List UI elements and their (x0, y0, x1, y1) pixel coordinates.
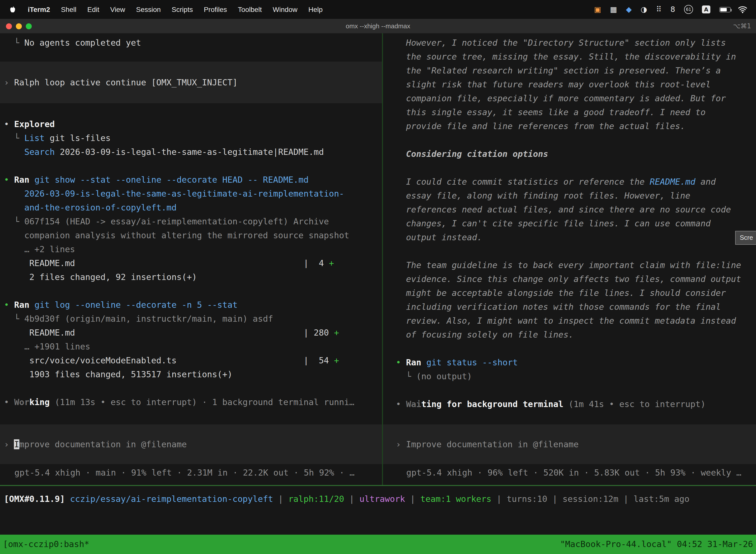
terminal-line: └ 4b9d30f (origin/main, instructkr/main,… (4, 312, 382, 326)
terminal-line: might be acceptable alongside the file l… (396, 286, 756, 300)
terminal-line (4, 284, 382, 298)
menu-item-shell[interactable]: Shell (56, 0, 82, 19)
terminal-line (396, 341, 756, 355)
apple-menu[interactable] (0, 5, 22, 14)
right-model-status: gpt-5.4 xhigh · 96% left · 520K in · 5.8… (406, 466, 741, 480)
terminal-line: └ No agents completed yet (4, 36, 141, 50)
terminal-line: › Improve documentation in @filename (4, 437, 187, 451)
right-terminal-pane[interactable]: However, I noticed the "Directory Struct… (383, 33, 756, 485)
terminal-line: this single essay, it seems like a good … (396, 105, 756, 119)
battery-icon[interactable] (719, 7, 731, 12)
terminal-line: evidence. Since this change only affects… (396, 272, 756, 286)
omx-session-status: [OMX#0.11.9] cczip/essay/ai-reimplementa… (4, 492, 690, 506)
terminal-line: The team guideline is to back every impo… (396, 258, 756, 272)
menu-item-edit[interactable]: Edit (82, 0, 105, 19)
macos-menu-bar: iTerm2ShellEditViewSessionScriptsProfile… (0, 0, 756, 19)
menu-bar-status-area: ▣▦◆◑⠿861A (589, 5, 756, 14)
terminal-line: 2 files changed, 92 insertions(+) (4, 270, 382, 284)
terminal-line: • Explored (4, 117, 382, 131)
window-title-bar[interactable]: omx --xhigh --madmax ⌥⌘1 (0, 19, 756, 33)
tmux-status-bar: [omx-cczip0:bash* "MacBook-Pro-44.local"… (0, 535, 756, 554)
terminal-line: └ 067f154 (HEAD -> essay/ai-reimplementa… (4, 214, 382, 228)
terminal-line: changes, I can't cite specific file line… (396, 216, 756, 230)
terminal-line (396, 383, 756, 397)
terminal-line (396, 133, 756, 147)
terminal-line: README.md | 280 + (4, 326, 382, 340)
terminal-line: the "Related research writing" section i… (396, 63, 756, 77)
terminal-line: references need actual files, and since … (396, 203, 756, 216)
right-prompt-text: › Improve documentation in @filename (396, 437, 579, 451)
menu-item-iterm2[interactable]: iTerm2 (22, 0, 56, 19)
terminal-line: provide file and line references from th… (396, 119, 756, 133)
terminal-line: • Ran git status --short (396, 355, 756, 369)
ralph-loop-banner: › Ralph loop active continue [OMX_TMUX_I… (0, 62, 382, 103)
window-shortcut-badge: ⌥⌘1 (733, 19, 751, 33)
status-separator (0, 485, 756, 486)
terminal-line: src/voice/voiceModeEnabled.ts | 54 + (4, 353, 382, 367)
terminal-line: 1903 files changed, 513517 insertions(+) (4, 367, 382, 381)
menu-item-toolbelt[interactable]: Toolbelt (233, 0, 267, 19)
menu-item-window[interactable]: Window (267, 0, 303, 19)
terminal-line: and-the-erosion-of-copyleft.md (4, 201, 382, 214)
menu-items: iTerm2ShellEditViewSessionScriptsProfile… (22, 0, 328, 19)
tmux-session-label[interactable]: [omx-cczip0:bash* (3, 535, 89, 554)
raycast-icon[interactable]: ◆ (626, 5, 632, 14)
left-model-status: gpt-5.4 xhigh · main · 91% left · 2.31M … (14, 466, 355, 480)
key-icon[interactable]: 8 (671, 5, 675, 14)
terminal-line (396, 161, 756, 175)
terminal-line: [OMX#0.11.9] cczip/essay/ai-reimplementa… (4, 492, 690, 506)
terminal-line: • Ran git show --stat --oneline --decora… (4, 173, 382, 187)
terminal-line: › Ralph loop active continue [OMX_TMUX_I… (4, 75, 238, 89)
terminal-line: Considering citation options (396, 147, 756, 161)
terminal-line: the source tree, missing the essay. Stil… (396, 50, 756, 63)
terminal-line (396, 244, 756, 258)
terminal-line: review. Also, I might want to inspect th… (396, 314, 756, 328)
screen-edge-button[interactable]: Scre (736, 231, 756, 245)
wifi-icon[interactable] (738, 6, 747, 13)
terminal-line: └ List git ls-files (4, 131, 382, 145)
terminal-line: slight risk that future readers may over… (396, 77, 756, 91)
left-prompt-text: › Improve documentation in @filename (4, 437, 187, 451)
battery-percent-icon[interactable]: 61 (684, 5, 693, 14)
agents-status-line: └ No agents completed yet (4, 36, 141, 50)
terminal-line (4, 159, 382, 173)
menu-bar-icons: ▣▦◆◑⠿861A (589, 5, 715, 14)
input-source-icon[interactable]: A (702, 5, 710, 13)
menu-item-view[interactable]: View (105, 0, 130, 19)
window-title: omx --xhigh --madmax (0, 19, 756, 33)
grid-icon[interactable]: ▦ (610, 5, 617, 14)
right-prompt-input[interactable]: › Improve documentation in @filename (383, 425, 756, 464)
terminal-line: README.md | 4 + (4, 256, 382, 270)
terminal-line: • Ran git log --oneline --decorate -n 5 … (4, 298, 382, 312)
terminal-line: including verification notes with those … (396, 300, 756, 314)
terminal-line: However, I noticed the "Directory Struct… (396, 36, 756, 50)
left-scrollback: • Explored └ List git ls-files Search 20… (4, 117, 382, 409)
menu-item-profiles[interactable]: Profiles (198, 0, 233, 19)
terminal-line: … +2 lines (4, 242, 382, 256)
tmux-host-clock: "MacBook-Pro-44.local" 04:52 31-Mar-26 (560, 535, 753, 554)
terminal-line: Search 2026-03-09-is-legal-the-same-as-l… (4, 145, 382, 159)
screen-recording-icon[interactable]: ▣ (594, 5, 601, 14)
menu-item-scripts[interactable]: Scripts (166, 0, 198, 19)
menu-item-session[interactable]: Session (130, 0, 166, 19)
terminal-line: › Improve documentation in @filename (396, 437, 579, 451)
left-prompt-input[interactable]: › Improve documentation in @filename (0, 425, 382, 464)
terminal-line: • Waiting for background terminal (1m 41… (396, 397, 756, 411)
terminal-line: • Working (11m 13s • esc to interrupt) ·… (4, 395, 382, 409)
terminal-line: └ (no output) (396, 369, 756, 383)
screen: iTerm2ShellEditViewSessionScriptsProfile… (0, 0, 756, 554)
terminal-line: essay file, along with finding root file… (396, 189, 756, 203)
terminal-line (4, 381, 382, 395)
left-terminal-pane[interactable]: └ No agents completed yet › Ralph loop a… (0, 33, 382, 485)
terminal-line: of focusing solely on file lines. (396, 328, 756, 341)
right-scrollback: However, I noticed the "Directory Struct… (396, 36, 756, 411)
dots-grid-icon[interactable]: ⠿ (656, 5, 662, 14)
menu-item-help[interactable]: Help (303, 0, 328, 19)
ralph-loop-banner-text: › Ralph loop active continue [OMX_TMUX_I… (4, 75, 238, 89)
contrast-icon[interactable]: ◑ (641, 5, 647, 14)
apple-icon (9, 5, 16, 14)
terminal-line: 2026-03-09-is-legal-the-same-as-legitima… (4, 187, 382, 201)
terminal-line: companion analysis without altering the … (4, 228, 382, 242)
terminal-line: … +1901 lines (4, 340, 382, 353)
terminal-line: I could cite commit statistics or refere… (396, 175, 756, 189)
